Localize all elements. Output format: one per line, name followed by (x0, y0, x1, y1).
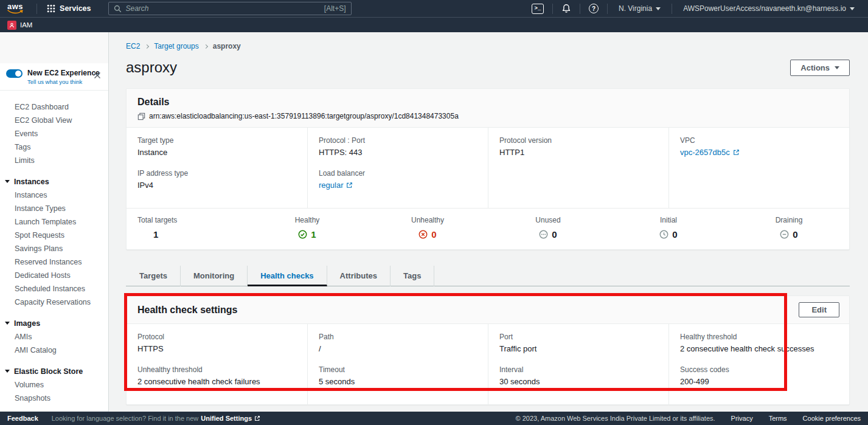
details-heading: Details (137, 97, 838, 108)
sidebar-item-dedicated-hosts[interactable]: Dedicated Hosts (0, 269, 108, 282)
copy-arn-button[interactable] (137, 112, 145, 120)
chevron-down-icon (5, 322, 10, 325)
chevron-down-icon (5, 370, 10, 373)
details-fields: Target type Instance IP address type IPv… (127, 128, 849, 208)
help-icon: ? (589, 4, 599, 13)
region-selector[interactable]: N. Virginia (613, 4, 667, 13)
sidebar-nav: EC2 Dashboard EC2 Global View Events Tag… (0, 91, 108, 405)
account-label: AWSPowerUserAccess/navaneeth.kn@harness.… (683, 4, 846, 13)
health-check-fields: Protocol HTTPS Unhealthy threshold 2 con… (127, 324, 849, 404)
sidebar-item-instances[interactable]: Instances (0, 188, 108, 202)
field-value: 30 seconds (499, 377, 659, 386)
favorite-iam-shortcut[interactable]: IAM (7, 21, 32, 30)
help-button[interactable]: ? (585, 4, 602, 13)
field-label: Protocol (137, 333, 297, 341)
sidebar-item-ami-catalog[interactable]: AMI Catalog (0, 344, 108, 357)
field-label: Port (499, 333, 659, 341)
breadcrumb: EC2 Target groups asproxy (126, 42, 850, 50)
divider (552, 4, 553, 14)
aws-logo[interactable]: aws (7, 3, 23, 14)
tab-targets[interactable]: Targets (126, 266, 181, 286)
tab-health-checks[interactable]: Health checks (248, 266, 327, 286)
stat-label: Draining (729, 216, 849, 224)
notifications-button[interactable] (558, 4, 575, 13)
stat-value: 0 (793, 229, 797, 240)
stat-label: Total targets (137, 216, 247, 224)
arn-value: arn:aws:elasticloadbalancing:us-east-1:3… (149, 112, 459, 120)
sidebar-section-elastic-block-store[interactable]: Elastic Block Store (0, 364, 108, 378)
edit-button[interactable]: Edit (799, 302, 839, 317)
field-label: Protocol version (499, 136, 659, 145)
sidebar-item-spot-requests[interactable]: Spot Requests (0, 229, 108, 242)
section-header-label: Elastic Block Store (14, 367, 83, 376)
sidebar-item-capacity-reservations[interactable]: Capacity Reservations (0, 295, 108, 309)
tab-tags[interactable]: Tags (391, 266, 434, 286)
cloudshell-button[interactable]: >_ (528, 4, 547, 14)
global-search[interactable]: [Alt+S] (108, 2, 352, 15)
link-label: regular (319, 181, 343, 190)
tell-us-link[interactable]: Tell us what you think (27, 78, 100, 85)
clock-circle-icon (659, 230, 668, 239)
sidebar-item-instance-types[interactable]: Instance Types (0, 202, 108, 215)
external-link-icon (346, 182, 353, 188)
breadcrumb-link-ec2[interactable]: EC2 (126, 42, 140, 50)
field-label: Success codes (680, 365, 839, 374)
grid-icon (47, 4, 55, 13)
sidebar-item-limits[interactable]: Limits (0, 154, 108, 167)
sidebar-item-amis[interactable]: AMIs (0, 330, 108, 344)
actions-button[interactable]: Actions (790, 60, 850, 76)
field-value: HTTPS: 443 (319, 148, 478, 157)
stat-label: Unhealthy (367, 216, 488, 224)
footer: Feedback Looking for language selection?… (0, 412, 868, 425)
breadcrumb-link-target-groups[interactable]: Target groups (154, 42, 198, 50)
favorites-bar: IAM (0, 17, 868, 32)
sidebar-item-launch-templates[interactable]: Launch Templates (0, 215, 108, 229)
services-menu-button[interactable]: Services (42, 4, 95, 13)
terms-link[interactable]: Terms (769, 415, 787, 422)
divider (36, 4, 37, 14)
chevron-down-icon (850, 7, 855, 10)
breadcrumb-current: asproxy (213, 42, 241, 50)
account-menu[interactable]: AWSPowerUserAccess/navaneeth.kn@harness.… (677, 4, 861, 13)
new-experience-title: New EC2 Experience (27, 69, 100, 77)
terminal-icon: >_ (532, 4, 544, 14)
health-check-settings-card: Health check settings Edit Protocol HTTP… (126, 295, 850, 405)
search-input[interactable] (126, 4, 324, 13)
page-title: asproxy (126, 59, 177, 76)
sidebar-item-savings-plans[interactable]: Savings Plans (0, 242, 108, 255)
iam-icon (7, 21, 16, 30)
aws-logo-text: aws (7, 3, 23, 10)
new-experience-block: New EC2 Experience Tell us what you thin… (0, 63, 108, 91)
close-sidebar-banner-button[interactable] (94, 72, 101, 79)
divider (672, 4, 672, 14)
load-balancer-link[interactable]: regular (319, 181, 353, 190)
copy-icon (137, 112, 145, 120)
privacy-link[interactable]: Privacy (731, 415, 753, 422)
sidebar-item-events[interactable]: Events (0, 127, 108, 140)
vpc-link[interactable]: vpc-2657db5c (680, 148, 740, 157)
sidebar-item-reserved-instances[interactable]: Reserved Instances (0, 255, 108, 269)
field-label: Timeout (319, 365, 478, 374)
tab-monitoring[interactable]: Monitoring (181, 266, 248, 286)
sidebar-item-ec2-dashboard[interactable]: EC2 Dashboard (0, 100, 108, 114)
field-label: Protocol : Port (319, 136, 478, 145)
sidebar-item-scheduled-instances[interactable]: Scheduled Instances (0, 282, 108, 295)
section-header-label: Instances (14, 178, 49, 186)
sidebar-section-instances[interactable]: Instances (0, 174, 108, 188)
cookie-preferences-link[interactable]: Cookie preferences (803, 415, 861, 422)
tab-attributes[interactable]: Attributes (327, 266, 391, 286)
unified-settings-link[interactable]: Unified Settings (201, 415, 252, 422)
sidebar-item-tags[interactable]: Tags (0, 140, 108, 154)
new-experience-toggle[interactable] (6, 69, 23, 78)
feedback-link[interactable]: Feedback (7, 415, 38, 422)
field-label: Interval (499, 365, 659, 374)
health-check-heading: Health check settings (137, 305, 238, 316)
stat-value: 0 (552, 229, 557, 240)
sidebar-item-ec2-global-view[interactable]: EC2 Global View (0, 114, 108, 127)
sidebar-item-volumes[interactable]: Volumes (0, 378, 108, 392)
sidebar-section-images[interactable]: Images (0, 316, 108, 330)
stat-value: 0 (431, 229, 436, 240)
sidebar-item-snapshots[interactable]: Snapshots (0, 392, 108, 405)
services-label: Services (60, 4, 91, 13)
language-hint-text: Looking for language selection? Find it … (52, 415, 199, 422)
